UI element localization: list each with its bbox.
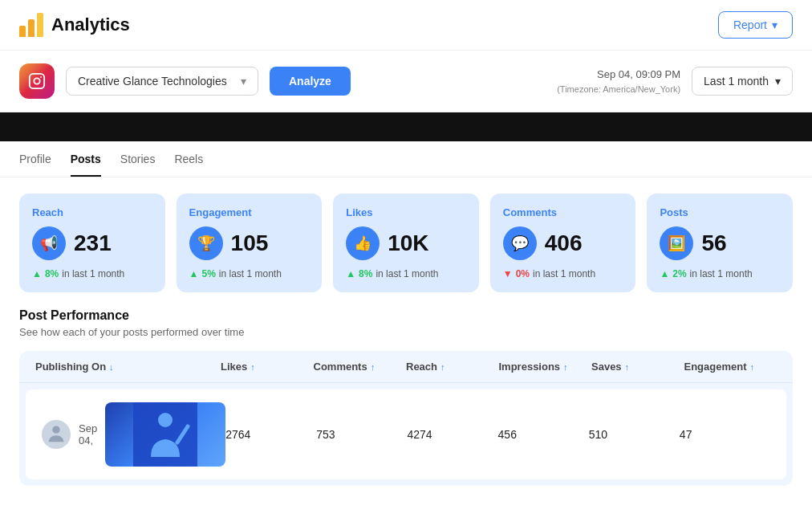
post-performance-desc: See how each of your posts performed ove… [19, 326, 793, 338]
posts-icon: 🖼️ [660, 226, 693, 260]
metric-label-reach: Reach [32, 206, 152, 218]
col-publishing-on[interactable]: Publishing On ↓ [35, 361, 221, 373]
post-info: Sep 04, [42, 402, 225, 467]
account-name: Creative Glance Technologies [78, 75, 227, 88]
header: Analytics Report ▾ [0, 0, 812, 51]
comments-value: 406 [545, 230, 583, 256]
account-dropdown[interactable]: Creative Glance Technologies ▾ [66, 67, 258, 96]
metric-label-comments: Comments [503, 206, 623, 218]
tab-posts[interactable]: Posts [71, 153, 101, 177]
period-dropdown[interactable]: Last 1 month ▾ [692, 67, 793, 96]
col-impressions[interactable]: Impressions ↑ [499, 361, 592, 373]
sort-icon: ↑ [750, 362, 755, 372]
svg-rect-0 [30, 74, 44, 88]
cell-likes: 2764 [225, 428, 316, 441]
down-arrow-icon: ▼ [503, 268, 513, 279]
engagement-icon: 🏆 [189, 226, 223, 260]
cell-comments: 753 [316, 428, 407, 441]
post-performance-title: Post Performance [19, 308, 793, 323]
analyze-button[interactable]: Analyze [270, 67, 351, 96]
sort-icon: ↑ [371, 362, 376, 372]
svg-point-6 [158, 413, 173, 427]
up-arrow-icon: ▲ [189, 268, 199, 279]
tab-reels[interactable]: Reels [174, 153, 203, 177]
instagram-icon [19, 63, 55, 99]
chevron-down-icon: ▾ [772, 18, 777, 31]
table-row: Sep 04, [26, 389, 786, 479]
comments-icon: 💬 [503, 226, 537, 260]
col-engagement[interactable]: Engagement ↑ [684, 361, 777, 373]
col-reach[interactable]: Reach ↑ [406, 361, 499, 373]
metric-card-reach: Reach 📢 231 ▲ 8% in last 1 month [19, 194, 165, 292]
engagement-value: 105 [231, 230, 269, 256]
sort-icon: ↑ [563, 362, 568, 372]
post-avatar [42, 420, 71, 449]
post-date: Sep 04, [79, 422, 97, 446]
svg-point-2 [40, 76, 42, 78]
metric-label-posts: Posts [660, 206, 780, 218]
col-saves[interactable]: Saves ↑ [591, 361, 684, 373]
black-bar [0, 112, 812, 141]
datetime-value: Sep 04, 09:09 PM [557, 67, 680, 83]
likes-value: 10K [388, 230, 428, 256]
comments-change: ▼ 0% in last 1 month [503, 268, 623, 279]
metric-card-posts: Posts 🖼️ 56 ▲ 2% in last 1 month [647, 194, 793, 292]
metric-label-engagement: Engagement [189, 206, 310, 218]
tab-profile[interactable]: Profile [19, 153, 51, 177]
sort-icon: ↑ [441, 362, 445, 372]
metric-card-likes: Likes 👍 10K ▲ 8% in last 1 month [333, 194, 479, 292]
metric-card-engagement: Engagement 🏆 105 ▲ 5% in last 1 month [177, 194, 323, 292]
reach-icon: 📢 [32, 226, 66, 260]
toolbar: Creative Glance Technologies ▾ Analyze S… [0, 51, 812, 112]
metric-value-row-likes: 👍 10K [346, 226, 466, 260]
cell-engagement: 47 [680, 428, 770, 441]
chevron-down-icon: ▾ [241, 75, 246, 88]
tabs: Profile Posts Stories Reels [0, 141, 812, 177]
bar-chart-icon [19, 13, 43, 37]
logo-group: Analytics [19, 13, 718, 37]
post-performance-section: Post Performance See how each of your po… [0, 308, 812, 502]
cell-saves: 510 [589, 428, 680, 441]
engagement-change: ▲ 5% in last 1 month [189, 268, 310, 279]
up-arrow-icon: ▲ [660, 268, 669, 279]
col-likes[interactable]: Likes ↑ [221, 361, 314, 373]
metric-label-likes: Likes [346, 206, 466, 218]
likes-change: ▲ 8% in last 1 month [346, 268, 466, 279]
col-comments[interactable]: Comments ↑ [314, 361, 407, 373]
timezone-value: (Timezone: America/New_York) [557, 83, 680, 96]
metric-value-row-reach: 📢 231 [32, 226, 152, 260]
page-title: Analytics [51, 14, 130, 35]
reach-value: 231 [74, 230, 112, 256]
posts-value: 56 [701, 230, 726, 256]
svg-point-1 [34, 78, 39, 84]
posts-change: ▲ 2% in last 1 month [660, 268, 780, 279]
reach-change: ▲ 8% in last 1 month [32, 268, 152, 279]
report-button[interactable]: Report ▾ [718, 11, 793, 39]
cell-impressions: 456 [498, 428, 589, 441]
metrics-row: Reach 📢 231 ▲ 8% in last 1 month Engagem… [0, 177, 812, 308]
chevron-down-icon: ▾ [775, 75, 781, 88]
metric-card-comments: Comments 💬 406 ▼ 0% in last 1 month [490, 194, 636, 292]
sort-icon: ↓ [109, 362, 114, 372]
performance-table: Publishing On ↓ Likes ↑ Comments ↑ Reach… [19, 351, 793, 486]
metric-value-row-comments: 💬 406 [503, 226, 623, 260]
svg-point-3 [52, 426, 59, 434]
sort-icon: ↑ [250, 362, 255, 372]
period-label: Last 1 month [704, 75, 769, 88]
sort-icon: ↑ [625, 362, 630, 372]
metric-value-row-posts: 🖼️ 56 [660, 226, 780, 260]
datetime-info: Sep 04, 09:09 PM (Timezone: America/New_… [557, 67, 680, 96]
likes-icon: 👍 [346, 226, 380, 260]
up-arrow-icon: ▲ [346, 268, 355, 279]
metric-value-row-engagement: 🏆 105 [189, 226, 310, 260]
tab-stories[interactable]: Stories [120, 153, 156, 177]
cell-reach: 4274 [407, 428, 497, 441]
post-thumbnail [105, 402, 225, 467]
up-arrow-icon: ▲ [32, 268, 42, 279]
table-header: Publishing On ↓ Likes ↑ Comments ↑ Reach… [19, 351, 793, 383]
